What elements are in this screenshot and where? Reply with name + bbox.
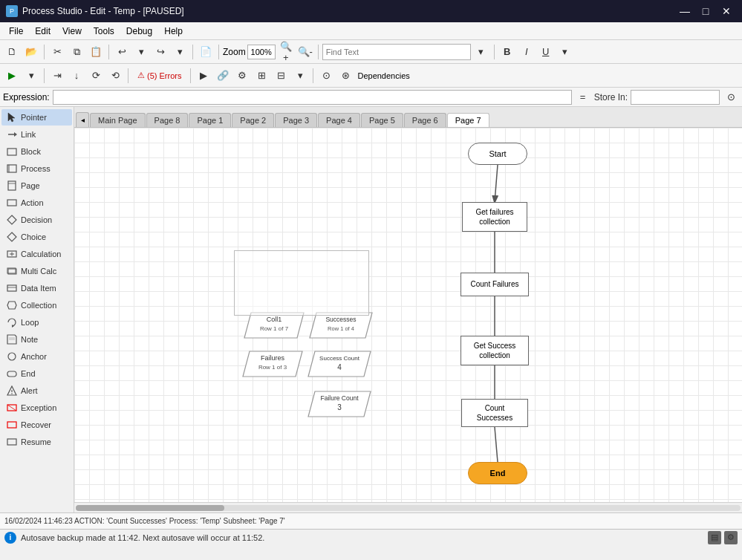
get-failures-node[interactable]: Get failurescollection [462,202,527,232]
refresh-button[interactable]: ⟳ [87,67,105,85]
grid-button[interactable]: ⊞ [253,67,270,85]
sidebar-item-multi-calc[interactable]: Multi Calc [1,263,72,279]
count-successes-node[interactable]: CountSuccesses [461,399,528,427]
dependencies-button[interactable]: ⊙ [317,67,335,85]
sidebar-item-link[interactable]: Link [1,126,72,143]
sidebar-item-exception[interactable]: Exception [1,400,72,416]
failure-count-node[interactable]: Failure Count 3 [307,391,371,417]
tab-page-8[interactable]: Page 8 [146,113,189,127]
sidebar-item-block[interactable]: Block [1,143,72,160]
sidebar-item-end[interactable]: End [1,365,72,382]
link-button[interactable]: 🔗 [214,67,232,85]
status-btn-2[interactable]: ⚙ [724,531,738,544]
debug-button[interactable]: ⚙ [233,67,251,85]
bold-button[interactable]: B [498,43,516,61]
zoom-in-button[interactable]: 🔍+ [277,43,295,61]
sidebar-item-recover[interactable]: Recover [1,417,72,433]
undo-button[interactable]: ↩ [113,43,131,61]
copy-button[interactable]: ⧉ [68,43,85,61]
step-into-button[interactable]: ↓ [68,67,85,85]
step-over-button[interactable]: ⇥ [48,67,66,85]
sidebar-item-note[interactable]: Note [1,331,72,348]
undo-dropdown[interactable]: ▾ [132,43,150,61]
run-button[interactable]: ▶ [3,67,21,85]
sidebar-item-pointer[interactable]: Pointer [1,109,72,126]
close-button[interactable]: ✕ [717,4,736,19]
tab-main-page[interactable]: Main Page [90,113,146,127]
expr-calc-button[interactable]: = [575,90,591,105]
success-count-node[interactable]: Success Count 4 [307,351,371,377]
sidebar-item-data-item[interactable]: Data Item [1,280,72,296]
layout-dropdown[interactable]: ▾ [291,67,309,85]
tab-page-7[interactable]: Page 7 [447,113,489,127]
sidebar-item-anchor[interactable]: Anchor [1,348,72,365]
calculation-icon [6,248,18,260]
svg-point-22 [8,353,16,360]
count-failures-node[interactable]: Count Failures [461,273,529,296]
cut-button[interactable]: ✂ [48,43,66,61]
redo-dropdown[interactable]: ▾ [171,43,189,61]
tab-page-1[interactable]: Page 1 [189,113,231,127]
start-point-button[interactable]: ▶ [195,67,212,85]
minimize-button[interactable]: — [675,4,694,19]
dep2-button[interactable]: ⊛ [336,67,354,85]
sidebar-item-page[interactable]: Page [1,178,72,194]
step-back-button[interactable]: ⟲ [106,67,124,85]
menu-view[interactable]: View [56,25,88,38]
failures-node[interactable]: Failures Row 1 of 3 [242,351,303,377]
status-btn-1[interactable]: ▤ [708,531,721,544]
zoom-out-button[interactable]: 🔍- [296,43,314,61]
zoom-input[interactable]: 100% [247,45,276,59]
h-scrollbar[interactable] [74,502,742,512]
canvas[interactable]: Start Get failurescollection Count Failu… [74,128,742,502]
find-dropdown[interactable]: ▾ [472,43,490,61]
tab-page-2[interactable]: Page 2 [232,113,274,127]
publish-button[interactable]: 📄 [197,43,215,61]
tab-page-3[interactable]: Page 3 [275,113,317,127]
menu-tools[interactable]: Tools [88,25,120,38]
canvas-scroll[interactable]: Start Get failurescollection Count Failu… [74,128,742,502]
underline-button[interactable]: U [537,43,555,61]
block-group[interactable] [234,250,369,316]
h-scroll-track[interactable] [76,505,741,511]
paste-button[interactable]: 📋 [87,43,105,61]
sidebar-item-collection[interactable]: Collection [1,297,72,313]
successes-node[interactable]: Successes Row 1 of 4 [309,312,373,339]
run-dropdown[interactable]: ▾ [22,67,40,85]
end-node[interactable]: End [468,462,527,484]
menu-edit[interactable]: Edit [29,25,56,38]
sidebar-item-alert[interactable]: Alert [1,382,72,399]
maximize-button[interactable]: □ [696,4,715,19]
menu-help[interactable]: Help [158,25,189,38]
italic-button[interactable]: I [518,43,536,61]
coll1-node[interactable]: Coll1 Row 1 of 7 [244,312,305,339]
errors-button[interactable]: ⚠ (5) Errors [132,68,186,82]
sidebar-item-action[interactable]: Action [1,195,72,211]
store-in-btn[interactable]: ⊙ [723,90,739,105]
format-dropdown[interactable]: ▾ [556,43,574,61]
sidebar-item-calculation[interactable]: Calculation [1,246,72,262]
start-node[interactable]: Start [468,143,527,165]
redo-button[interactable]: ↪ [152,43,169,61]
tab-page-6[interactable]: Page 6 [404,113,446,127]
get-success-node[interactable]: Get Successcollection [461,336,529,365]
find-text-input[interactable] [322,44,471,60]
h-scroll-thumb[interactable] [76,505,224,511]
tab-page-4[interactable]: Page 4 [318,113,360,127]
expression-input[interactable] [53,90,572,105]
open-button[interactable]: 📂 [22,43,40,61]
sidebar-item-decision[interactable]: Decision [1,212,72,228]
tab-scroll-left[interactable]: ◂ [76,112,89,127]
menu-debug[interactable]: Debug [120,25,158,38]
tab-page-5[interactable]: Page 5 [361,113,403,127]
layout-button[interactable]: ⊟ [272,67,290,85]
menu-file[interactable]: File [3,25,29,38]
store-in-input[interactable] [631,90,720,105]
sidebar-item-choice[interactable]: Choice [1,229,72,245]
sidebar-item-process[interactable]: Process [1,160,72,177]
sidebar-item-resume[interactable]: Resume [1,434,72,450]
svg-marker-1 [14,132,17,137]
sidebar-item-loop[interactable]: Loop [1,314,72,331]
svg-rect-5 [8,181,16,190]
new-button[interactable]: 🗋 [3,43,21,61]
